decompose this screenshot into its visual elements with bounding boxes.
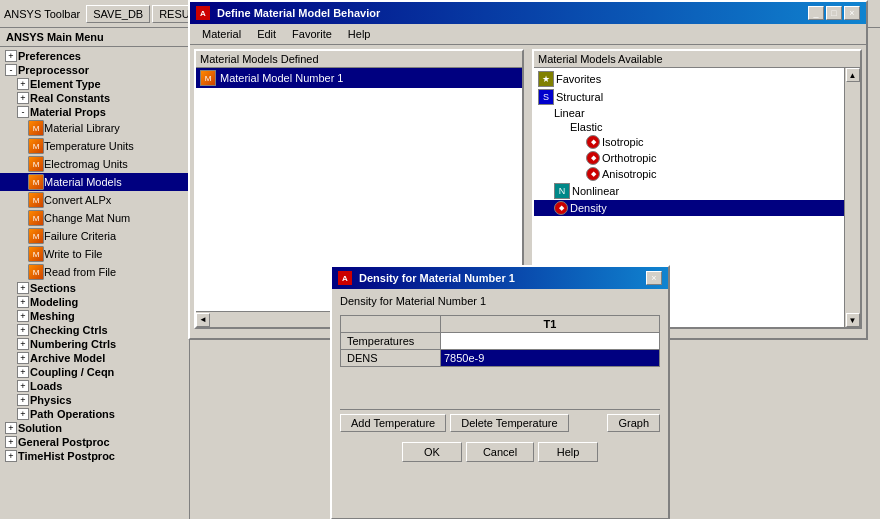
sidebar-item-label: Electromag Units	[44, 158, 128, 170]
sidebar-item-label: Solution	[18, 422, 62, 434]
expand-icon: +	[17, 78, 29, 90]
menu-help[interactable]: Help	[340, 26, 379, 42]
mat-tree-label: Isotropic	[602, 136, 644, 148]
temperatures-value[interactable]	[441, 333, 660, 350]
sidebar-item-material-library[interactable]: M Material Library	[0, 119, 189, 137]
sidebar-item-element-type[interactable]: + Element Type	[0, 77, 189, 91]
add-temperature-button[interactable]: Add Temperature	[340, 414, 446, 432]
sidebar-item-material-props[interactable]: - Material Props	[0, 105, 189, 119]
sidebar-item-checking-ctrls[interactable]: + Checking Ctrls	[0, 323, 189, 337]
mat-tree-linear[interactable]: Linear	[534, 106, 844, 120]
sidebar-item-timehist-postproc[interactable]: + TimeHist Postproc	[0, 449, 189, 463]
panel-title: ANSYS Main Menu	[0, 28, 189, 47]
mat-defined-item[interactable]: M Material Model Number 1	[196, 68, 522, 88]
temperatures-label: Temperatures	[341, 333, 441, 350]
scroll-down-arrow[interactable]: ▼	[846, 313, 860, 327]
sidebar-item-preferences[interactable]: + Preferences	[0, 49, 189, 63]
material-icon: M	[28, 174, 44, 190]
minimize-button[interactable]: _	[808, 6, 824, 20]
sidebar-item-change-mat-num[interactable]: M Change Mat Num	[0, 209, 189, 227]
density-ok-buttons: OK Cancel Help	[340, 442, 660, 462]
density-close-button[interactable]: ×	[646, 271, 662, 285]
menu-edit[interactable]: Edit	[249, 26, 284, 42]
sidebar-item-physics[interactable]: + Physics	[0, 393, 189, 407]
sidebar-item-archive-model[interactable]: + Archive Model	[0, 351, 189, 365]
sidebar-item-label: Element Type	[30, 78, 101, 90]
sidebar-item-electromag-units[interactable]: M Electromag Units	[0, 155, 189, 173]
sidebar-item-preprocessor[interactable]: - Preprocessor	[0, 63, 189, 77]
ok-button[interactable]: OK	[402, 442, 462, 462]
menu-favorite[interactable]: Favorite	[284, 26, 340, 42]
sidebar-item-general-postproc[interactable]: + General Postproc	[0, 435, 189, 449]
density-subtitle: Density for Material Number 1	[340, 295, 660, 307]
dialog-menubar: Material Edit Favorite Help	[190, 24, 866, 45]
sidebar-item-loads[interactable]: + Loads	[0, 379, 189, 393]
mat-tree-label: Elastic	[570, 121, 602, 133]
sidebar-item-solution[interactable]: + Solution	[0, 421, 189, 435]
density-dialog-title: A Density for Material Number 1	[338, 271, 515, 285]
mat-available-scrollbar-v[interactable]: ▲ ▼	[844, 68, 860, 327]
help-button[interactable]: Help	[538, 442, 598, 462]
density-table: T1 Temperatures DENS	[340, 315, 660, 367]
material-icon: M	[28, 228, 44, 244]
sidebar-item-path-operations[interactable]: + Path Operations	[0, 407, 189, 421]
mat-tree-anisotropic[interactable]: ◆ Anisotropic	[534, 166, 844, 182]
material-icon: M	[28, 156, 44, 172]
material-icon: M	[28, 210, 44, 226]
mat-tree-elastic[interactable]: Elastic	[534, 120, 844, 134]
sidebar-item-temperature-units[interactable]: M Temperature Units	[0, 137, 189, 155]
sidebar-item-label: TimeHist Postproc	[18, 450, 115, 462]
maximize-button[interactable]: □	[826, 6, 842, 20]
dialog-titlebar: A Define Material Model Behavior _ □ ×	[190, 2, 866, 24]
col-header-t1: T1	[441, 316, 660, 333]
expand-icon: +	[17, 310, 29, 322]
sidebar-item-read-from-file[interactable]: M Read from File	[0, 263, 189, 281]
delete-temperature-button[interactable]: Delete Temperature	[450, 414, 568, 432]
window-controls: _ □ ×	[808, 6, 860, 20]
expand-icon: +	[5, 450, 17, 462]
sidebar-item-modeling[interactable]: + Modeling	[0, 295, 189, 309]
sidebar-item-write-to-file[interactable]: M Write to File	[0, 245, 189, 263]
expand-icon: -	[5, 64, 17, 76]
save-db-button[interactable]: SAVE_DB	[86, 5, 150, 23]
dens-input[interactable]	[441, 351, 659, 365]
sidebar-item-label: Preferences	[18, 50, 81, 62]
expand-icon: +	[17, 324, 29, 336]
material-icon: M	[28, 138, 44, 154]
sidebar-item-convert-alpx[interactable]: M Convert ALPx	[0, 191, 189, 209]
expand-icon: +	[5, 422, 17, 434]
menu-material[interactable]: Material	[194, 26, 249, 42]
mat-tree-nonlinear[interactable]: N Nonlinear	[534, 182, 844, 200]
sidebar-item-material-models[interactable]: M Material Models	[0, 173, 189, 191]
cancel-button[interactable]: Cancel	[466, 442, 534, 462]
scroll-up-arrow[interactable]: ▲	[846, 68, 860, 82]
sidebar-item-failure-criteria[interactable]: M Failure Criteria	[0, 227, 189, 245]
mat-tree-orthotropic[interactable]: ◆ Orthotropic	[534, 150, 844, 166]
ansys-logo-icon: A	[338, 271, 352, 285]
mat-tree-density[interactable]: ◆ Density	[534, 200, 844, 216]
nonlinear-icon: N	[554, 183, 570, 199]
scroll-left-arrow[interactable]: ◄	[196, 313, 210, 327]
material-icon: M	[28, 120, 44, 136]
expand-icon: +	[17, 408, 29, 420]
structural-icon: S	[538, 89, 554, 105]
mat-tree-favorites[interactable]: ★ Favorites	[534, 70, 844, 88]
expand-icon: +	[17, 92, 29, 104]
expand-icon: +	[5, 436, 17, 448]
sidebar-item-numbering-ctrls[interactable]: + Numbering Ctrls	[0, 337, 189, 351]
close-button[interactable]: ×	[844, 6, 860, 20]
anisotropic-icon: ◆	[586, 167, 600, 181]
sidebar-item-label: Change Mat Num	[44, 212, 130, 224]
expand-icon: +	[17, 282, 29, 294]
sidebar-item-label: General Postproc	[18, 436, 110, 448]
sidebar-item-label: Sections	[30, 282, 76, 294]
mat-tree-label: Density	[570, 202, 607, 214]
graph-button[interactable]: Graph	[607, 414, 660, 432]
mat-tree-structural[interactable]: S Structural	[534, 88, 844, 106]
sidebar-item-meshing[interactable]: + Meshing	[0, 309, 189, 323]
dens-value-cell[interactable]	[441, 350, 660, 367]
mat-tree-isotropic[interactable]: ◆ Isotropic	[534, 134, 844, 150]
sidebar-item-coupling-ceqn[interactable]: + Coupling / Ceqn	[0, 365, 189, 379]
sidebar-item-sections[interactable]: + Sections	[0, 281, 189, 295]
sidebar-item-real-constants[interactable]: + Real Constants	[0, 91, 189, 105]
